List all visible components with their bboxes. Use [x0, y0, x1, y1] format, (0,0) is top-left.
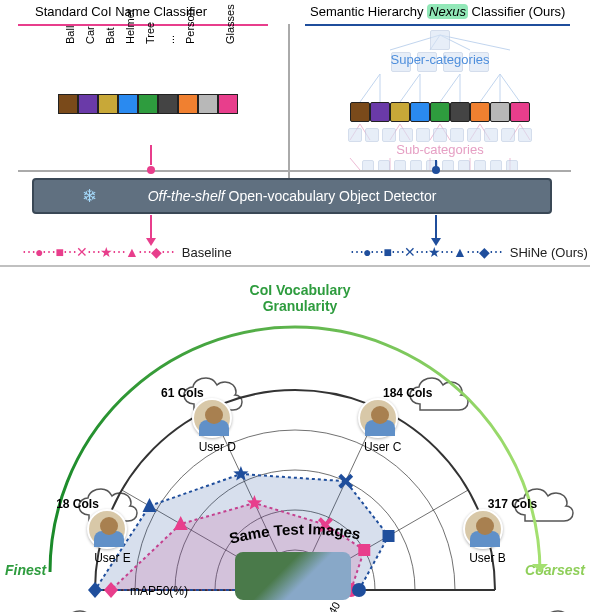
frozen-icon: ❄: [82, 185, 97, 207]
detector-bar: ❄ Off-the-shelf Open-vocabulary Object D…: [32, 178, 552, 214]
super-label: Super-categories: [310, 52, 570, 67]
class-label: [202, 24, 214, 44]
hier-class-box: [390, 102, 410, 122]
pink-junction-dot: [147, 166, 155, 174]
hier-class-box: [350, 102, 370, 122]
class-box: [218, 94, 238, 114]
class-label: Bat: [102, 24, 114, 44]
pink-stem-1: [150, 145, 152, 165]
svg-line-4: [360, 74, 380, 102]
class-box: [138, 94, 158, 114]
vertical-divider: [288, 24, 290, 194]
class-box: [118, 94, 138, 114]
svg-line-12: [500, 74, 520, 102]
coi-cloud: 61 CoIs: [148, 376, 216, 390]
sub-label: Sub-categories: [310, 142, 570, 157]
class-box: [58, 94, 78, 114]
horizontal-divider: [18, 170, 571, 172]
coi-cloud: 18 CoIs: [43, 487, 111, 501]
section-divider: [0, 265, 590, 267]
blue-junction-dot: [432, 166, 440, 174]
class-label: Car: [82, 24, 94, 44]
class-label: ...: [162, 24, 174, 44]
hier-class-box: [510, 102, 530, 122]
class-label: Person: [182, 24, 194, 44]
class-label: Helmet: [122, 24, 134, 44]
svg-line-8: [440, 74, 460, 102]
hierarchy-diagram: Super-categories Sub-categories: [310, 30, 570, 160]
legend-baseline: ⋯●⋯■⋯✕⋯★⋯▲⋯◆⋯ Baseline: [22, 244, 232, 260]
user-label: User B: [458, 551, 518, 565]
hier-class-box: [490, 102, 510, 122]
class-box: [78, 94, 98, 114]
pink-stem-2: [150, 215, 152, 239]
svg-line-6: [400, 74, 420, 102]
blue-underline: [305, 24, 570, 26]
map50-axis-label: mAP50(%): [130, 584, 188, 598]
ours-title: Semantic Hierarchy Nexus Classifier (Our…: [310, 4, 565, 19]
hier-class-box: [470, 102, 490, 122]
radar-chart-area: CoI Vocabulary Granularity Finest Coarse…: [0, 272, 590, 608]
test-image-thumbnail: [235, 552, 351, 600]
class-box: [158, 94, 178, 114]
user-label: User D: [187, 440, 247, 454]
svg-text:Same Test Images: Same Test Images: [227, 519, 362, 547]
user-label: User E: [82, 551, 142, 565]
hier-class-box: [410, 102, 430, 122]
standard-title: Standard CoI Name Classifier: [35, 4, 207, 19]
legend-ours: ⋯●⋯■⋯✕⋯★⋯▲⋯◆⋯ SHiNe (Ours): [350, 244, 588, 260]
coi-cloud: 184 CoIs: [374, 376, 442, 390]
class-label: Ball: [62, 24, 74, 44]
hier-class-box: [430, 102, 450, 122]
class-label: Glasses: [222, 24, 234, 44]
top-diagram: Standard CoI Name Classifier Semantic Hi…: [0, 0, 590, 265]
standard-class-column: BallCarBatHelmetTree...PersonGlasses: [58, 60, 258, 114]
blue-stem-2: [435, 215, 437, 239]
svg-point-45: [352, 583, 366, 597]
svg-line-10: [480, 74, 500, 102]
coi-cloud: 317 CoIs: [479, 487, 547, 501]
class-box: [178, 94, 198, 114]
user-avatar: [463, 509, 503, 549]
hier-class-box: [370, 102, 390, 122]
class-box: [198, 94, 218, 114]
user-avatar: [87, 509, 127, 549]
svg-marker-28: [532, 564, 548, 572]
class-label: Tree: [142, 24, 154, 44]
hier-class-box: [450, 102, 470, 122]
user-avatar: [192, 398, 232, 438]
user-avatar: [358, 398, 398, 438]
class-box: [98, 94, 118, 114]
user-label: User C: [353, 440, 413, 454]
